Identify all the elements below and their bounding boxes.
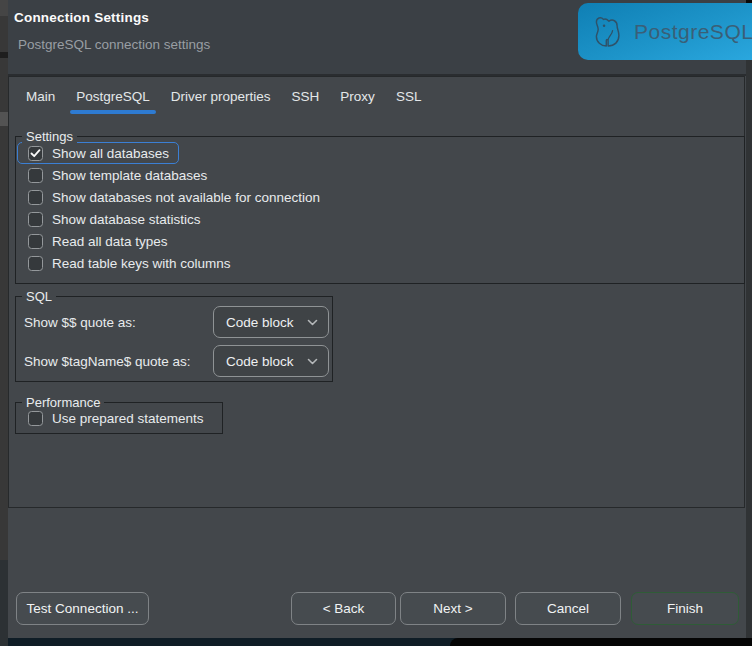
checkbox-use-prepared-statements[interactable]: Use prepared statements [17,407,214,429]
postgresql-banner: PostgreSQL [578,3,752,60]
background-window-left-edge [0,0,8,638]
connection-settings-dialog: Connection Settings PostgreSQL connectio… [8,0,746,638]
checkbox-label: Show databases not available for connect… [52,190,320,205]
chevron-down-icon [307,358,318,365]
finish-button[interactable]: Finish [631,592,739,625]
checkbox-unchecked-icon [28,256,43,271]
page-subtitle: PostgreSQL connection settings [18,37,210,52]
checkbox-label: Show all databases [52,146,169,161]
checkbox-read-table-keys[interactable]: Read table keys with columns [17,252,241,274]
tab-ssl[interactable]: SSL [396,77,422,115]
tab-ssh[interactable]: SSH [292,77,320,115]
background-window-corner [450,638,752,646]
quote-as-label: Show $$ quote as: [24,315,136,330]
tab-main[interactable]: Main [26,77,55,115]
checkbox-checked-icon [28,146,43,161]
dropdown-value: Code block [226,315,294,330]
postgresql-elephant-icon [591,13,627,51]
checkbox-unchecked-icon [28,190,43,205]
checkbox-unchecked-icon [28,212,43,227]
checkbox-label: Show database statistics [52,212,201,227]
cancel-button[interactable]: Cancel [515,592,621,625]
checkbox-show-database-statistics[interactable]: Show database statistics [17,208,211,230]
checkbox-show-all-databases[interactable]: Show all databases [17,142,179,164]
next-button[interactable]: Next > [400,592,506,625]
tagname-quote-dropdown[interactable]: Code block [213,345,329,377]
checkbox-label: Show template databases [52,168,207,183]
background-windows-bottom [0,638,752,646]
settings-group-label: Settings [22,129,77,144]
checkbox-label: Read table keys with columns [52,256,231,271]
tab-content-panel: Main PostgreSQL Driver properties SSH Pr… [8,76,745,508]
dollar-quote-dropdown[interactable]: Code block [213,306,329,338]
checkbox-read-all-data-types[interactable]: Read all data types [17,230,178,252]
dropdown-value: Code block [226,354,294,369]
tab-bar: Main PostgreSQL Driver properties SSH Pr… [9,77,744,115]
banner-wordmark: PostgreSQL [634,20,752,44]
settings-group: Settings Show all databases Show templat… [15,136,745,284]
checkbox-label: Use prepared statements [52,411,204,426]
tab-postgresql[interactable]: PostgreSQL [76,77,150,115]
tab-proxy[interactable]: Proxy [340,77,375,115]
checkbox-unchecked-icon [28,234,43,249]
back-button[interactable]: < Back [291,592,396,625]
checkbox-unchecked-icon [28,411,43,426]
sql-group-label: SQL [22,289,56,304]
checkbox-show-databases-not-available[interactable]: Show databases not available for connect… [17,186,330,208]
test-connection-button[interactable]: Test Connection ... [16,592,149,625]
checkbox-unchecked-icon [28,168,43,183]
performance-group: Performance Use prepared statements [15,402,223,434]
checkbox-label: Read all data types [52,234,168,249]
performance-group-label: Performance [22,395,104,410]
background-window-right-edge [746,60,752,638]
tab-driver-properties[interactable]: Driver properties [171,77,271,115]
tagname-quote-as-label: Show $tagName$ quote as: [24,354,191,369]
checkmark-icon [30,149,41,158]
checkbox-show-template-databases[interactable]: Show template databases [17,164,217,186]
chevron-down-icon [307,319,318,326]
sql-group: SQL Show $$ quote as: Code block Show $t… [15,296,333,382]
page-title: Connection Settings [14,10,149,25]
